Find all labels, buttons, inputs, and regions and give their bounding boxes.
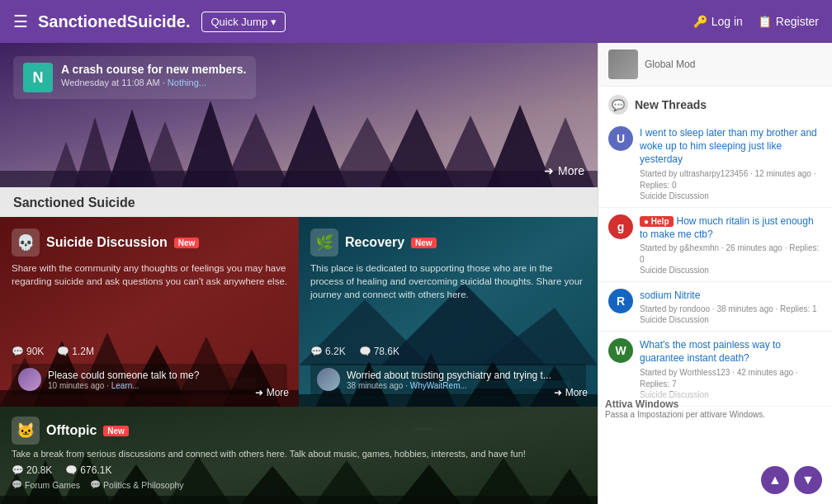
svg-marker-4 <box>140 121 190 187</box>
offtopic-card[interactable]: 〰 〰 〰 🐱 Offtopic <box>0 407 598 504</box>
thread-forum-tag[interactable]: Suicide Discussion <box>640 266 822 275</box>
offtopic-header: 🐱 Offtopic New <box>12 417 586 445</box>
watermark-subtitle: Passa a Impostazioni per attivare Window… <box>605 410 825 419</box>
thread-title[interactable]: What's the most painless way to guarante… <box>640 338 822 365</box>
thread-avatar: W <box>608 338 633 363</box>
scroll-buttons: ▲ ▼ <box>761 466 822 494</box>
svg-marker-5 <box>182 101 239 187</box>
suicide-forum-desc: Share with the community any thoughts or… <box>12 261 287 341</box>
thread-body: sodium Nitrite Started by rondooo · 38 m… <box>640 289 822 324</box>
post-icon: 💬 <box>310 346 323 357</box>
thread-avatar: U <box>608 126 633 151</box>
suicide-card-content: 💀 Suicide Discussion New Share with the … <box>0 217 299 407</box>
login-link[interactable]: 🔑 Log in <box>693 15 743 28</box>
thread-body: What's the most painless way to guarante… <box>640 338 822 398</box>
post-icon: 💬 <box>12 346 24 357</box>
key-icon: 🔑 <box>693 15 707 28</box>
thread-item: U I went to sleep later than my brother … <box>598 120 832 208</box>
register-icon: 📋 <box>758 15 772 28</box>
offtopic-new-badge: New <box>103 426 129 436</box>
suicide-forum-stats: 💬 90K 🗨️ 1.2M <box>12 346 287 357</box>
recovery-latest-link[interactable]: WhyWaitRem... <box>410 381 467 390</box>
thread-avatar: R <box>608 289 633 313</box>
svg-marker-7 <box>281 105 347 187</box>
thread-meta: Started by g&hexmhn · 26 minutes ago · R… <box>640 243 822 266</box>
suicide-latest-link[interactable]: Learn... <box>111 381 139 390</box>
offtopic-title: Offtopic <box>46 423 97 438</box>
thread-title[interactable]: ● HelpHow much ritalin is just enough to… <box>640 214 822 241</box>
subforum-icon: 💬 <box>90 479 101 490</box>
thread-header: U I went to sleep later than my brother … <box>608 126 822 200</box>
thread-title[interactable]: sodium Nitrite <box>640 289 822 302</box>
svg-marker-9 <box>380 109 454 187</box>
thread-forum-tag[interactable]: Suicide Discussion <box>640 191 822 200</box>
notification-avatar: N <box>23 63 53 92</box>
sidebar-top-avatar <box>608 49 638 79</box>
forum-card-recovery[interactable]: 🌿 Recovery New This place is dedicated t… <box>299 217 598 407</box>
subforum-politics[interactable]: 💬 Politics & Philosophy <box>90 479 183 490</box>
suicide-latest-text: Please could someone talk to me? 10 minu… <box>48 370 281 390</box>
notification-meta: Wednesday at 11:08 AM · Nothing... <box>61 78 246 87</box>
suicide-latest-post: Please could someone talk to me? 10 minu… <box>12 364 287 395</box>
right-sidebar: Global Mod 💬 New Threads U I went to sle… <box>598 43 832 504</box>
help-badge: ● Help <box>640 216 674 227</box>
recovery-latest-text: Worried about trusting psychiatry and tr… <box>347 370 579 390</box>
chat-icon: 💬 <box>608 95 628 115</box>
offtopic-desc: Take a break from serious discussions an… <box>12 448 586 460</box>
quick-jump-button[interactable]: Quick Jump ▾ <box>201 12 286 32</box>
thread-title[interactable]: I went to sleep later than my brother an… <box>640 126 822 167</box>
svg-rect-13 <box>0 171 598 187</box>
svg-marker-10 <box>437 115 503 187</box>
recovery-latest-avatar <box>317 368 340 391</box>
suicide-more-button[interactable]: ➜ More <box>255 387 289 398</box>
suicide-latest-meta: 10 minutes ago · Learn... <box>48 381 281 390</box>
thread-item: W What's the most painless way to guaran… <box>598 332 832 406</box>
offtopic-stats: 💬 20.8K 🗨️ 676.1K <box>12 464 586 476</box>
reply-icon: 🗨️ <box>359 346 371 357</box>
suicide-latest-title[interactable]: Please could someone talk to me? <box>48 370 281 381</box>
subforum-forum-games[interactable]: 💬 Forum Games <box>12 479 80 490</box>
suicide-forum-title: Suicide Discussion <box>46 235 168 250</box>
notification-link[interactable]: Nothing... <box>168 78 206 87</box>
latest-avatar-img <box>18 368 41 391</box>
recovery-more-button[interactable]: ➜ More <box>554 387 588 398</box>
suicide-forum-icon: 💀 <box>12 228 40 257</box>
menu-icon[interactable]: ☰ <box>13 12 28 31</box>
thread-forum-tag[interactable]: Suicide Discussion <box>640 315 822 324</box>
post-icon: 💬 <box>12 464 24 476</box>
offtopic-subforums: 💬 Forum Games 💬 Politics & Philosophy <box>12 479 586 490</box>
thread-body: I went to sleep later than my brother an… <box>640 126 822 200</box>
recovery-posts-stat: 💬 6.2K <box>310 346 346 357</box>
scroll-down-button[interactable]: ▼ <box>794 466 822 494</box>
thread-header: R sodium Nitrite Started by rondooo · 38… <box>608 289 822 324</box>
subforum-icon: 💬 <box>12 479 22 490</box>
offtopic-replies-stat: 🗨️ 676.1K <box>65 464 111 476</box>
sidebar-top: Global Mod <box>598 43 832 87</box>
scroll-up-button[interactable]: ▲ <box>761 466 789 494</box>
thread-header: g ● HelpHow much ritalin is just enough … <box>608 214 822 275</box>
arrow-right-icon: ➜ <box>255 387 263 398</box>
svg-marker-8 <box>330 117 404 187</box>
recovery-forum-desc: This place is dedicated to supporting th… <box>310 261 586 341</box>
left-content: N A crash course for new members. Wednes… <box>0 43 598 504</box>
reply-icon: 🗨️ <box>65 464 78 476</box>
site-title: SanctionedSuicide. <box>38 12 190 31</box>
watermark: Attiva Windows Passa a Impostazioni per … <box>598 392 832 422</box>
register-link[interactable]: 📋 Register <box>758 15 819 28</box>
recovery-forum-icon: 🌿 <box>310 228 338 257</box>
recovery-latest-meta: 38 minutes ago · WhyWaitRem... <box>347 381 579 390</box>
reply-icon: 🗨️ <box>57 346 69 357</box>
latest-avatar-img2 <box>317 368 340 391</box>
forum-card-suicide[interactable]: 💀 Suicide Discussion New Share with the … <box>0 217 299 407</box>
recovery-latest-title[interactable]: Worried about trusting psychiatry and tr… <box>347 370 579 381</box>
banner-more-button[interactable]: ➜ More <box>544 164 584 177</box>
arrow-right-icon: ➜ <box>554 387 562 398</box>
suicide-posts-stat: 💬 90K <box>12 346 44 357</box>
thread-item: R sodium Nitrite Started by rondooo · 38… <box>598 282 832 332</box>
recovery-replies-stat: 🗨️ 78.6K <box>359 346 399 357</box>
suicide-latest-avatar <box>18 368 41 391</box>
header: ☰ SanctionedSuicide. Quick Jump ▾ 🔑 Log … <box>0 0 832 43</box>
thread-meta: Started by rondooo · 38 minutes ago · Re… <box>640 304 822 315</box>
notification-text: A crash course for new members. Wednesda… <box>61 63 246 87</box>
recovery-latest-post: Worried about trusting psychiatry and tr… <box>310 364 586 395</box>
